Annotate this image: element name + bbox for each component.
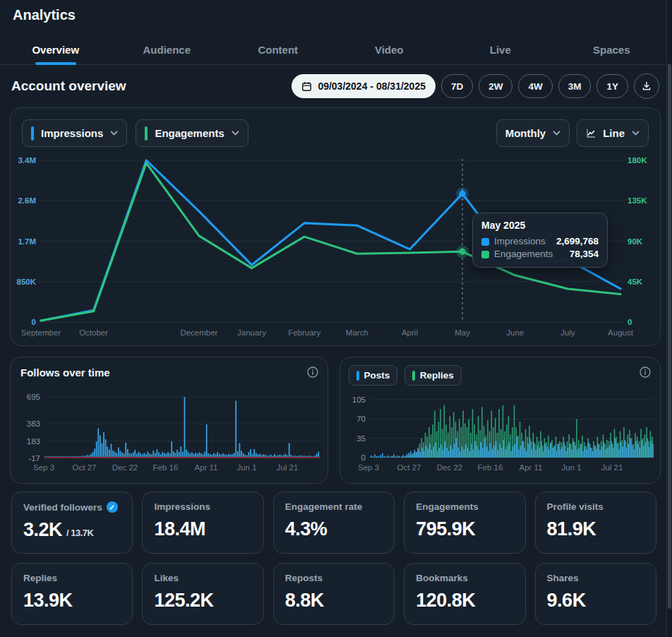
follows-bars bbox=[44, 397, 319, 457]
x-axis-tick: March bbox=[346, 328, 368, 337]
x-axis-tick: June bbox=[506, 328, 524, 337]
x-axis-tick: December bbox=[180, 328, 217, 337]
left-axis-tick: 1.7M bbox=[18, 237, 36, 246]
stat-secondary-value: / 13.7K bbox=[66, 528, 93, 538]
stat-value: 8.8K bbox=[285, 590, 383, 612]
highlight-dot bbox=[459, 191, 465, 197]
tab-live[interactable]: Live bbox=[445, 35, 556, 64]
tab-spaces[interactable]: Spaces bbox=[556, 35, 668, 64]
tab-audience[interactable]: Audience bbox=[112, 35, 223, 64]
right-axis-tick: 180K bbox=[628, 156, 647, 165]
chevron-down-icon bbox=[632, 131, 640, 136]
stat-card-engagement-rate[interactable]: Engagement rate 4.3% bbox=[273, 492, 395, 554]
right-axis-tick: 45K bbox=[628, 278, 643, 286]
x-axis-tick: January bbox=[237, 328, 266, 337]
posts-replies-panel: Posts Replies 10570350Sep 3Oct 27Dec 22F… bbox=[340, 357, 661, 484]
x-axis-tick: Jun 1 bbox=[236, 463, 256, 472]
range-button-4w[interactable]: 4W bbox=[518, 74, 552, 98]
x-axis-tick: Apr 11 bbox=[519, 463, 542, 472]
impressions-color-bar bbox=[31, 126, 34, 141]
range-button-2w[interactable]: 2W bbox=[479, 74, 512, 98]
granularity-dropdown[interactable]: Monthly bbox=[496, 119, 570, 147]
stat-value: 125.2K bbox=[154, 590, 251, 612]
analytics-tabs: Overview Audience Content Video Live Spa… bbox=[0, 35, 667, 65]
legend-replies[interactable]: Replies bbox=[404, 365, 462, 386]
impressions-metric-dropdown[interactable]: Impressions bbox=[22, 119, 127, 147]
stat-value: 18.4M bbox=[154, 518, 251, 540]
range-button-3m[interactable]: 3M bbox=[558, 74, 592, 98]
x-axis-tick: September bbox=[21, 328, 61, 337]
stat-card-engagements[interactable]: Engagements 795.9K bbox=[404, 492, 525, 554]
stat-value: 120.8K bbox=[416, 590, 513, 612]
stat-card-reposts[interactable]: Reposts 8.8K bbox=[273, 563, 395, 625]
x-axis-tick: February bbox=[288, 328, 320, 337]
tooltip-row-impressions: Impressions 2,699,768 bbox=[481, 235, 599, 248]
download-icon bbox=[642, 81, 652, 91]
left-axis-tick: 850K bbox=[17, 278, 37, 286]
x-axis-tick: May bbox=[455, 328, 470, 337]
y-axis-tick: 183 bbox=[27, 437, 40, 446]
replies-color-bar bbox=[412, 371, 415, 381]
download-button[interactable] bbox=[634, 73, 659, 99]
right-axis-tick: 90K bbox=[628, 237, 643, 246]
x-axis-tick: Oct 27 bbox=[73, 463, 97, 472]
tab-overview[interactable]: Overview bbox=[0, 35, 112, 64]
range-button-7d[interactable]: 7D bbox=[441, 74, 473, 98]
stat-card-bookmarks[interactable]: Bookmarks 120.8K bbox=[404, 563, 525, 625]
range-button-1y[interactable]: 1Y bbox=[596, 74, 628, 98]
stat-value: 9.6K bbox=[547, 590, 644, 612]
tab-content[interactable]: Content bbox=[222, 35, 334, 64]
left-axis-tick: 3.4M bbox=[18, 156, 36, 165]
y-axis-tick: 0 bbox=[361, 453, 366, 462]
toolbar-controls: 09/03/2024 - 08/31/2025 7D 2W 4W 3M 1Y bbox=[292, 73, 659, 99]
posts-color-bar bbox=[356, 371, 359, 381]
stat-card-shares[interactable]: Shares 9.6K bbox=[535, 563, 656, 625]
scrollbar-thumb[interactable] bbox=[668, 64, 671, 609]
left-axis-tick: 0 bbox=[32, 318, 36, 326]
left-axis-tick: 2.6M bbox=[18, 196, 36, 205]
y-axis-tick: 383 bbox=[27, 419, 40, 428]
engagements-swatch bbox=[481, 251, 489, 258]
follows-grid: 695383183-17Sep 3Oct 27Dec 22Feb 16Apr 1… bbox=[27, 393, 320, 472]
tooltip-title: May 2025 bbox=[481, 220, 599, 231]
stat-card-impressions[interactable]: Impressions 18.4M bbox=[142, 492, 263, 554]
engagements-metric-dropdown[interactable]: Engagements bbox=[136, 119, 248, 147]
x-axis-tick: Dec 22 bbox=[437, 463, 462, 472]
active-tab-underline bbox=[35, 62, 76, 65]
x-axis-tick: Apr 11 bbox=[194, 463, 217, 472]
stat-card-replies[interactable]: Replies 13.9K bbox=[11, 563, 133, 625]
stat-value: 81.9K bbox=[547, 518, 644, 540]
stat-card-verified-followers[interactable]: Verified followers✓ 3.2K/ 13.7K bbox=[11, 492, 133, 554]
chart-view-controls: Monthly Line bbox=[496, 119, 649, 147]
y-axis-tick: 695 bbox=[27, 393, 40, 401]
y-axis-tick: 70 bbox=[356, 415, 366, 423]
x-axis-tick: Sep 3 bbox=[33, 463, 54, 472]
date-range-picker[interactable]: 09/03/2024 - 08/31/2025 bbox=[292, 74, 436, 98]
account-overview-toolbar: Account overview 09/03/2024 - 08/31/2025… bbox=[11, 73, 659, 99]
x-axis-tick: July bbox=[560, 328, 575, 337]
stat-value: 3.2K/ 13.7K bbox=[23, 519, 121, 541]
date-range-label: 09/03/2024 - 08/31/2025 bbox=[318, 81, 426, 92]
tab-video[interactable]: Video bbox=[334, 35, 445, 64]
stat-card-likes[interactable]: Likes 125.2K bbox=[142, 563, 263, 625]
right-axis-tick: 0 bbox=[628, 318, 632, 326]
posts-replies-legend: Posts Replies bbox=[349, 365, 462, 386]
section-heading: Account overview bbox=[11, 78, 126, 94]
stats-grid: Verified followers✓ 3.2K/ 13.7K Impressi… bbox=[11, 492, 656, 625]
x-axis-tick: Jul 21 bbox=[277, 463, 299, 472]
replies-bars bbox=[372, 405, 653, 458]
y-axis-tick: 105 bbox=[352, 395, 366, 404]
x-axis-tick: Feb 16 bbox=[153, 463, 179, 472]
x-axis-tick: April bbox=[402, 328, 418, 337]
stat-value: 4.3% bbox=[285, 518, 383, 540]
x-axis-tick: Jul 21 bbox=[601, 463, 623, 472]
follows-bar-chart[interactable]: 695383183-17Sep 3Oct 27Dec 22Feb 16Apr 1… bbox=[11, 357, 328, 483]
stat-value: 13.9K bbox=[23, 590, 121, 612]
legend-posts[interactable]: Posts bbox=[349, 365, 397, 386]
highlight-dot bbox=[459, 249, 465, 255]
chart-type-dropdown[interactable]: Line bbox=[577, 119, 649, 147]
verified-badge-icon: ✓ bbox=[107, 501, 118, 513]
tooltip-row-engagements: Engagements 78,354 bbox=[481, 248, 599, 261]
stat-value: 795.9K bbox=[416, 518, 513, 540]
stat-card-profile-visits[interactable]: Profile visits 81.9K bbox=[535, 492, 656, 554]
